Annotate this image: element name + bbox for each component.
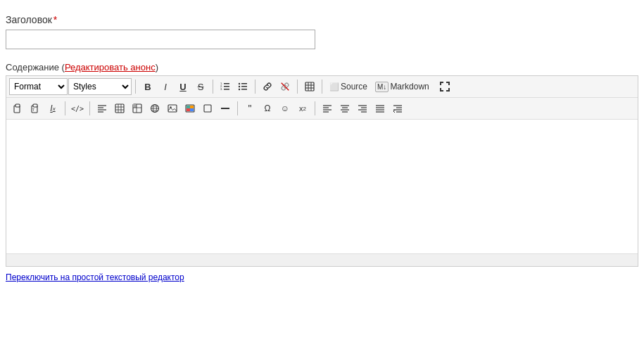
svg-point-11 <box>239 89 240 90</box>
svg-rect-2 <box>224 89 229 90</box>
clear-format-button[interactable]: Ix <box>44 100 61 117</box>
svg-rect-1 <box>224 86 229 87</box>
content-label: Содержание (Редактировать анонс) <box>6 62 638 73</box>
align-left2-button[interactable] <box>319 100 336 117</box>
separator-r2-2 <box>89 101 90 115</box>
editor-content[interactable] <box>6 120 638 253</box>
editor-statusbar <box>6 253 638 266</box>
svg-point-10 <box>239 86 240 87</box>
blockquote-button[interactable]: " <box>241 100 258 117</box>
svg-rect-33 <box>133 104 137 108</box>
source-icon: ⬜ <box>329 82 339 92</box>
link-button[interactable] <box>259 78 276 95</box>
italic-button[interactable]: I <box>157 78 174 95</box>
color-image-button[interactable] <box>182 100 198 117</box>
required-star: * <box>53 14 57 25</box>
image-button[interactable] <box>164 100 181 117</box>
svg-rect-46 <box>187 108 190 111</box>
align-center-button[interactable] <box>336 100 353 117</box>
special-chars-button[interactable]: Ω <box>259 100 276 117</box>
bold-button[interactable]: B <box>139 78 156 95</box>
unlink-button[interactable] <box>277 78 293 95</box>
underline-button[interactable]: U <box>175 78 191 95</box>
svg-rect-27 <box>115 104 124 113</box>
content-label-text: Содержание ( <box>6 62 65 73</box>
svg-text:T: T <box>32 108 34 112</box>
global-button[interactable] <box>146 100 163 117</box>
title-input[interactable] <box>6 30 315 49</box>
svg-rect-7 <box>241 86 247 87</box>
content-label-end: ) <box>156 62 158 73</box>
svg-text:3.: 3. <box>220 87 222 91</box>
svg-rect-0 <box>224 83 229 84</box>
separator-5 <box>322 80 322 94</box>
format-select[interactable]: Format Paragraph Heading 1 Heading 2 Hea… <box>9 78 68 95</box>
hr-button[interactable] <box>217 100 234 117</box>
markdown-icon: M↓ <box>375 82 389 92</box>
box-button[interactable] <box>199 100 216 117</box>
fullscreen-button[interactable] <box>436 78 453 95</box>
svg-rect-13 <box>305 82 314 91</box>
svg-rect-47 <box>190 108 194 111</box>
strikethrough-button[interactable]: S <box>192 78 209 95</box>
paste-text-button[interactable]: T <box>27 100 44 117</box>
svg-rect-6 <box>241 83 247 84</box>
svg-rect-21 <box>33 104 37 107</box>
code-icon: </> <box>71 105 84 113</box>
table-button[interactable] <box>301 78 318 95</box>
svg-point-9 <box>239 83 240 84</box>
toolbar-row2: T Ix </> <box>6 98 638 120</box>
table-insert-button[interactable] <box>111 100 128 117</box>
source-button[interactable]: ⬜ Source <box>326 78 371 95</box>
align-left-button[interactable] <box>94 100 111 117</box>
align-justify-button[interactable] <box>372 100 389 117</box>
markdown-label: Markdown <box>390 82 429 92</box>
separator-r2-4 <box>315 101 315 115</box>
edit-anons-link[interactable]: Редактировать анонс <box>65 62 156 73</box>
superscript-button[interactable]: x2 <box>294 100 311 117</box>
styles-select[interactable]: Styles <box>68 78 132 95</box>
editor-wrapper: Format Paragraph Heading 1 Heading 2 Hea… <box>6 75 638 267</box>
svg-rect-45 <box>190 106 194 108</box>
separator-2 <box>213 80 213 94</box>
toolbar-row1: Format Paragraph Heading 1 Heading 2 Hea… <box>6 76 638 98</box>
separator-4 <box>297 80 298 94</box>
svg-rect-44 <box>187 106 190 108</box>
switch-editor-link[interactable]: Переключить на простой текстовый редакто… <box>6 272 184 282</box>
source-label: Source <box>341 82 367 92</box>
ordered-list-button[interactable]: 1. 2. 3. <box>217 78 234 95</box>
table-modify-button[interactable] <box>129 100 146 117</box>
svg-rect-8 <box>241 89 247 90</box>
markdown-button[interactable]: M↓ Markdown <box>372 78 433 95</box>
code-button[interactable]: </> <box>69 100 86 117</box>
separator-3 <box>255 80 255 94</box>
svg-rect-19 <box>15 104 20 107</box>
svg-rect-48 <box>204 105 211 112</box>
title-label-text: Заголовок <box>6 14 52 25</box>
separator-1 <box>135 80 136 94</box>
separator-r2-1 <box>65 101 65 115</box>
svg-rect-41 <box>168 105 177 112</box>
svg-rect-49 <box>221 108 229 109</box>
rtl-button[interactable] <box>389 100 406 117</box>
paste-button[interactable] <box>9 100 26 117</box>
switch-link-container: Переключить на простой текстовый редакто… <box>6 272 638 282</box>
title-label: Заголовок* <box>6 14 638 25</box>
separator-r2-3 <box>237 101 238 115</box>
align-right-button[interactable] <box>354 100 371 117</box>
unordered-list-button[interactable] <box>234 78 251 95</box>
emoji-button[interactable]: ☺ <box>277 100 293 117</box>
